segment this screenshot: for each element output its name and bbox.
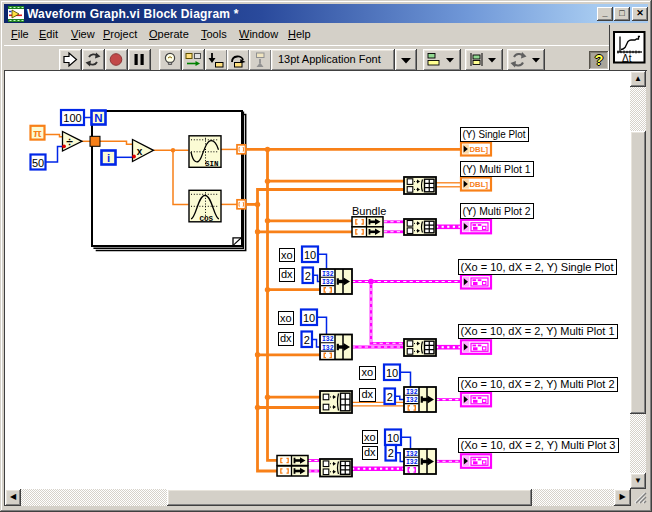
- svg-text:DBL]: DBL]: [470, 180, 489, 189]
- svg-text:i: i: [107, 152, 110, 164]
- svg-text:(Xo = 10, dX = 2, Y) Multi Plo: (Xo = 10, dX = 2, Y) Multi Plot 1: [461, 325, 615, 337]
- svg-text:π: π: [33, 127, 42, 139]
- svg-text:DBL]: DBL]: [470, 145, 489, 154]
- svg-text:xo: xo: [364, 431, 376, 443]
- svg-text:2: 2: [388, 447, 394, 459]
- svg-text:dx: dx: [280, 332, 292, 344]
- svg-text:(Y) Multi Plot 1: (Y) Multi Plot 1: [463, 163, 531, 175]
- svg-text:10: 10: [386, 367, 398, 379]
- svg-text:COS: COS: [199, 215, 213, 223]
- svg-text:I32: I32: [322, 271, 334, 278]
- svg-text:(Xo = 10, dX = 2, Y) Multi Plo: (Xo = 10, dX = 2, Y) Multi Plot 3: [461, 439, 616, 451]
- svg-text:x: x: [137, 146, 143, 157]
- svg-text:I32: I32: [406, 451, 418, 458]
- svg-text:10: 10: [303, 312, 315, 324]
- svg-text:10: 10: [304, 249, 316, 261]
- svg-text:2: 2: [304, 334, 310, 346]
- svg-text:I32: I32: [322, 336, 334, 343]
- svg-text:(Y) Single Plot: (Y) Single Plot: [463, 128, 526, 140]
- svg-text:dx: dx: [281, 268, 293, 280]
- svg-text:I32: I32: [322, 345, 334, 352]
- svg-text:2: 2: [387, 391, 393, 403]
- svg-text:xo: xo: [281, 249, 293, 261]
- svg-text:I32: I32: [406, 397, 418, 404]
- svg-text:÷: ÷: [66, 135, 73, 149]
- svg-text:dx: dx: [361, 388, 373, 400]
- svg-text:N: N: [94, 112, 102, 124]
- svg-text:I32: I32: [322, 279, 334, 286]
- svg-text:2: 2: [305, 270, 311, 282]
- svg-text:xo: xo: [280, 312, 292, 324]
- svg-text:SIN: SIN: [205, 160, 219, 168]
- svg-text:dx: dx: [364, 446, 376, 458]
- svg-text:I32: I32: [406, 389, 418, 396]
- svg-text:(Xo = 10, dX = 2, Y) Single Pl: (Xo = 10, dX = 2, Y) Single Plot: [461, 261, 614, 273]
- svg-text:50: 50: [32, 157, 44, 169]
- svg-text:10: 10: [387, 432, 399, 444]
- svg-text:(Y) Multi Plot 2: (Y) Multi Plot 2: [463, 205, 531, 217]
- svg-text:I32: I32: [406, 459, 418, 466]
- svg-text:100: 100: [63, 112, 81, 124]
- svg-text:(Xo = 10, dX = 2, Y) Multi Plo: (Xo = 10, dX = 2, Y) Multi Plot 2: [461, 378, 615, 390]
- svg-text:Δt: Δt: [622, 53, 632, 64]
- svg-text:Bundle: Bundle: [352, 205, 386, 217]
- svg-text:xo: xo: [361, 366, 373, 378]
